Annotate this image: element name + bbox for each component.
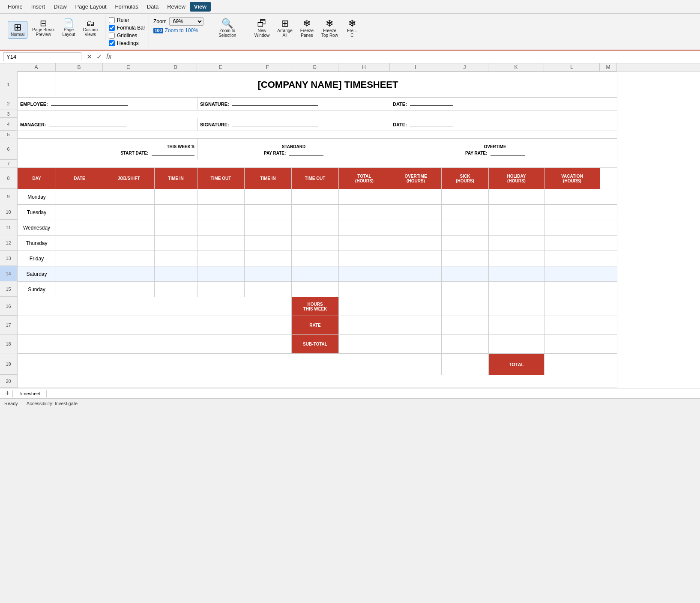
monday-time-out-1[interactable] xyxy=(197,189,245,205)
sunday-day[interactable]: Sunday xyxy=(18,282,56,297)
saturday-total[interactable] xyxy=(339,266,390,282)
friday-total[interactable] xyxy=(339,251,390,266)
rate-overtime[interactable] xyxy=(390,316,442,335)
monday-time-in-2[interactable] xyxy=(245,189,292,205)
hours-this-week-overtime[interactable] xyxy=(390,297,442,316)
col-header-d[interactable]: D xyxy=(154,63,197,71)
sunday-time-in-1[interactable] xyxy=(155,282,197,297)
saturday-overtime[interactable] xyxy=(390,266,442,282)
formula-input[interactable] xyxy=(117,54,697,60)
page-layout-button[interactable]: 📄 PageLayout xyxy=(60,17,78,39)
tuesday-total[interactable] xyxy=(339,205,390,220)
thursday-total[interactable] xyxy=(339,236,390,251)
sunday-time-in-2[interactable] xyxy=(245,282,292,297)
thursday-time-out-1[interactable] xyxy=(197,236,245,251)
cell-m8[interactable] xyxy=(600,168,617,189)
cell-row7[interactable] xyxy=(18,160,617,168)
row-header-8[interactable]: 8 xyxy=(0,167,17,189)
total-sick[interactable] xyxy=(442,354,489,375)
cell-title[interactable]: [COMPANY NAME] TIMESHEET xyxy=(56,72,600,98)
menu-insert[interactable]: Insert xyxy=(27,2,50,12)
formula-bar-check-item[interactable]: Formula Bar xyxy=(109,25,145,31)
rate-vacation[interactable] xyxy=(544,316,600,335)
cell-m6[interactable] xyxy=(600,139,617,160)
col-header-j[interactable]: J xyxy=(441,63,488,71)
row-header-19[interactable]: 19 xyxy=(0,353,17,375)
col-header-m[interactable]: M xyxy=(600,63,617,71)
menu-draw[interactable]: Draw xyxy=(49,2,71,12)
row-header-7[interactable]: 7 xyxy=(0,160,17,167)
sunday-vacation[interactable] xyxy=(544,282,600,297)
sunday-job[interactable] xyxy=(103,282,155,297)
saturday-time-in-2[interactable] xyxy=(245,266,292,282)
cell-reference-input[interactable] xyxy=(3,52,81,61)
cell-m2[interactable] xyxy=(600,98,617,110)
monday-vacation[interactable] xyxy=(544,189,600,205)
cell-m18[interactable] xyxy=(600,335,617,354)
col-header-f[interactable]: F xyxy=(244,63,291,71)
sheet-tab-timesheet[interactable]: Timesheet xyxy=(12,390,47,397)
normal-view-button[interactable]: ⊞ Normal xyxy=(8,21,27,39)
cell-m9[interactable] xyxy=(600,189,617,205)
subtotal-overtime[interactable] xyxy=(390,335,442,354)
row-header-15[interactable]: 15 xyxy=(0,281,17,297)
row-header-3[interactable]: 3 xyxy=(0,110,17,118)
wednesday-date[interactable] xyxy=(56,220,103,236)
monday-overtime[interactable] xyxy=(390,189,442,205)
arrange-all-button[interactable]: ⊞ ArrangeAll xyxy=(274,17,296,39)
add-sheet-button[interactable]: + xyxy=(3,389,12,398)
rate-total[interactable] xyxy=(339,316,390,335)
tuesday-vacation[interactable] xyxy=(544,205,600,220)
cell-m4[interactable] xyxy=(600,118,617,131)
tuesday-time-in-1[interactable] xyxy=(155,205,197,220)
saturday-vacation[interactable] xyxy=(544,266,600,282)
saturday-job[interactable] xyxy=(103,266,155,282)
cell-m10[interactable] xyxy=(600,205,617,220)
headings-checkbox[interactable] xyxy=(109,40,115,46)
ruler-checkbox[interactable] xyxy=(109,17,115,23)
thursday-overtime[interactable] xyxy=(390,236,442,251)
signature1-cell[interactable]: SIGNATURE: xyxy=(197,98,390,110)
subtotal-sick[interactable] xyxy=(442,335,489,354)
hours-empty-left[interactable] xyxy=(18,297,292,316)
col-header-b[interactable]: B xyxy=(56,63,103,71)
sunday-holiday[interactable] xyxy=(489,282,544,297)
tuesday-time-out-2[interactable] xyxy=(292,205,339,220)
friday-date[interactable] xyxy=(56,251,103,266)
cell-row20[interactable] xyxy=(18,375,617,388)
cell-m16[interactable] xyxy=(600,297,617,316)
cell-m11[interactable] xyxy=(600,220,617,236)
friday-time-in-1[interactable] xyxy=(155,251,197,266)
row-header-13[interactable]: 13 xyxy=(0,251,17,266)
sunday-total[interactable] xyxy=(339,282,390,297)
cell-row3[interactable] xyxy=(18,110,617,118)
col-header-h[interactable]: H xyxy=(338,63,390,71)
zoom-to-selection-button[interactable]: 🔍 Zoom toSelection xyxy=(212,17,242,39)
wednesday-overtime[interactable] xyxy=(390,220,442,236)
insert-function-button[interactable]: fx xyxy=(105,53,113,61)
hours-this-week-holiday[interactable] xyxy=(489,297,544,316)
gridlines-checkbox[interactable] xyxy=(109,33,115,39)
subtotal-total[interactable] xyxy=(339,335,390,354)
sunday-overtime[interactable] xyxy=(390,282,442,297)
thursday-date[interactable] xyxy=(56,236,103,251)
ruler-check-item[interactable]: Ruler xyxy=(109,17,145,23)
monday-sick[interactable] xyxy=(442,189,489,205)
friday-time-in-2[interactable] xyxy=(245,251,292,266)
gridlines-check-item[interactable]: Gridlines xyxy=(109,33,145,39)
saturday-sick[interactable] xyxy=(442,266,489,282)
friday-holiday[interactable] xyxy=(489,251,544,266)
thursday-holiday[interactable] xyxy=(489,236,544,251)
tuesday-holiday[interactable] xyxy=(489,205,544,220)
menu-home[interactable]: Home xyxy=(3,2,27,12)
cell-m15[interactable] xyxy=(600,282,617,297)
custom-views-button[interactable]: 🗂 CustomViews xyxy=(80,17,101,39)
tuesday-day[interactable]: Tuesday xyxy=(18,205,56,220)
start-date-cell[interactable]: THIS WEEK'SSTART DATE: xyxy=(18,139,197,160)
cell-m14[interactable] xyxy=(600,266,617,282)
cell-row5[interactable] xyxy=(18,131,617,139)
friday-time-out-1[interactable] xyxy=(197,251,245,266)
tuesday-overtime[interactable] xyxy=(390,205,442,220)
thursday-job[interactable] xyxy=(103,236,155,251)
menu-view[interactable]: View xyxy=(190,2,211,12)
